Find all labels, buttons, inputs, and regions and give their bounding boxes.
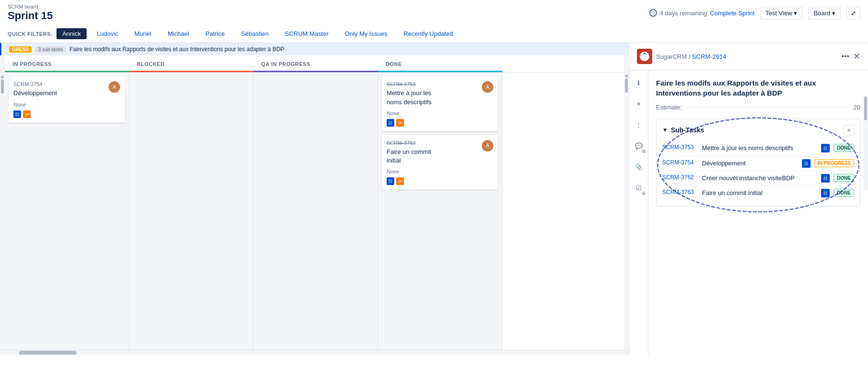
- subtask-row-3753[interactable]: SCRM-3753 Mettre à jour les noms descrip…: [662, 141, 854, 156]
- subtask-title-3763: Faire un commit initial: [702, 189, 817, 197]
- card-priority-3763: None: [387, 169, 493, 174]
- quick-filters-bar: QUICK FILTERS: Annick Ludovic Muriel Mic…: [8, 24, 860, 43]
- filter-sebastien[interactable]: Sébastien: [235, 28, 275, 40]
- filter-annick[interactable]: Annick: [56, 28, 87, 39]
- subtask-id-3753[interactable]: SCRM-3753: [662, 144, 698, 151]
- header: SCRM board Sprint 15 ⏱ 4 days remaining …: [0, 0, 868, 43]
- subtask-id-3762[interactable]: SCRM-3762: [662, 174, 698, 181]
- column-in-progress-body: SCRM-3754 Développement A None ⊡ ≫: [5, 73, 129, 350]
- horiz-scrollbar[interactable]: [0, 350, 629, 355]
- subtask-status-3763-2: DONE: [834, 189, 854, 197]
- card-priority-3753: None: [387, 110, 493, 116]
- filter-only-my-issues[interactable]: Only My Issues: [339, 28, 394, 40]
- avatar-3754: A: [109, 81, 120, 93]
- column-header-blocked: BLOCKED: [129, 55, 254, 72]
- filter-patrice[interactable]: Patrice: [199, 28, 231, 40]
- header-right: ⏱ 4 days remaining Complete Sprint Test …: [649, 7, 860, 20]
- detail-breadcrumb: SugarCRM / SCRM-2914: [656, 53, 837, 60]
- column-header-in-progress: IN PROGRESS: [5, 55, 129, 72]
- priority-icon: ≫: [396, 119, 404, 127]
- card-3763[interactable]: SCRM-3763 Faire un commitinitial A None …: [382, 135, 498, 190]
- detail-content: Faire les modifs aux Rapports de visites…: [648, 70, 868, 355]
- subtask-type-icon-3754: ⊡: [802, 159, 811, 168]
- card-icons-3763: ⊡ ≫: [387, 177, 493, 185]
- detail-actions: ••• ✕: [841, 51, 860, 62]
- card-title-3754: Développement: [13, 89, 57, 98]
- board-title-area: SCRM board Sprint 15: [8, 4, 53, 22]
- timer-icon: ⏱: [649, 9, 657, 17]
- checklist-count-badge: 4: [641, 191, 646, 195]
- board-container: GRESS 3 sub-tasks Faire les modifs aux R…: [0, 43, 868, 355]
- comment-icon[interactable]: 💬 0: [632, 139, 645, 152]
- comment-count-badge: 0: [641, 149, 646, 153]
- board-label: SCRM board: [8, 4, 53, 10]
- epic-subtasks-count: 3 sub-tasks: [35, 46, 66, 53]
- add-subtask-button[interactable]: +: [844, 125, 854, 135]
- filter-icon[interactable]: ≡: [632, 97, 645, 110]
- detail-scrollbar[interactable]: [863, 96, 868, 191]
- card-title-3753: Mettre à jour lesnoms descriptifs: [387, 89, 432, 106]
- subtask-row-3763[interactable]: SCRM-3763 Faire un commit initial ⊡ DONE: [662, 186, 854, 200]
- card-id-3763: SCRM-3763: [387, 140, 431, 146]
- subtask-icon: ⊡: [387, 119, 394, 127]
- close-panel-button[interactable]: ✕: [853, 51, 860, 62]
- timer-text: 4 days remaining: [660, 10, 707, 17]
- board-view-button[interactable]: Board ▾: [808, 7, 841, 20]
- breadcrumb-project: SugarCRM: [656, 53, 687, 60]
- priority-icon: ≫: [396, 177, 404, 185]
- expand-button[interactable]: ⤢: [846, 7, 860, 20]
- attachment-icon[interactable]: 📎: [632, 160, 645, 174]
- more-options-icon[interactable]: •••: [841, 52, 849, 61]
- column-header-done: DONE: [378, 55, 502, 72]
- card-id-3754: SCRM-3754: [13, 81, 57, 87]
- expand-icon: ⤢: [851, 10, 856, 17]
- column-done-body: SCRM-3753 Mettre à jour lesnoms descript…: [378, 73, 502, 350]
- timer-area: ⏱ 4 days remaining Complete Sprint: [649, 9, 755, 17]
- filter-scrum-master[interactable]: SCRUM Master: [279, 28, 335, 40]
- detail-issue-title: Faire les modifs aux Rapports de visites…: [656, 78, 860, 98]
- priority-icon: ≫: [23, 110, 31, 118]
- card-id-3753: SCRM-3753: [387, 81, 432, 87]
- info-icon[interactable]: ℹ: [632, 76, 645, 89]
- column-blocked: [129, 73, 254, 350]
- column-qa-body: [254, 73, 378, 350]
- epic-banner: GRESS 3 sub-tasks Faire les modifs aux R…: [0, 43, 629, 55]
- sugarcrm-logo: [637, 49, 652, 64]
- quick-filters-label: QUICK FILTERS:: [8, 31, 53, 37]
- detail-full: ℹ ≡ ⋮ 💬 0 📎 ☑ 4 Faire les modifs aux Rap…: [629, 70, 868, 355]
- more-icon[interactable]: ⋮: [632, 118, 645, 131]
- card-3754[interactable]: SCRM-3754 Développement A None ⊡ ≫: [9, 76, 125, 122]
- subtask-id-3754[interactable]: SCRM-3754: [662, 159, 698, 166]
- filter-muriel[interactable]: Muriel: [128, 28, 157, 40]
- subtask-row-3762[interactable]: SCRM-3762 Créer nouvel instanche visiteB…: [662, 171, 854, 186]
- subtask-row-3754[interactable]: SCRM-3754 Développement ⊡ IN PROGRESS: [662, 156, 854, 171]
- avatar-3763: A: [482, 140, 493, 152]
- detail-sidebar-icons: ℹ ≡ ⋮ 💬 0 📎 ☑ 4: [629, 70, 648, 355]
- column-blocked-body: [129, 73, 253, 350]
- column-done: SCRM-3753 Mettre à jour lesnoms descript…: [378, 73, 502, 350]
- subtask-title-3762: Créer nouvel instanche visiteBDP: [702, 174, 817, 183]
- filter-ludovic[interactable]: Ludovic: [90, 28, 124, 40]
- chevron-down-icon: ▾: [794, 10, 797, 17]
- subtasks-container: ▼ Sub-Tasks + SCRM-3753 Mettre à jour le…: [656, 119, 860, 206]
- subtasks-chevron[interactable]: ▼: [662, 127, 668, 133]
- subtask-type-icon-3763: ⊡: [821, 189, 830, 197]
- filter-michael[interactable]: Michael: [161, 28, 195, 40]
- card-3753[interactable]: SCRM-3753 Mettre à jour lesnoms descript…: [382, 76, 498, 131]
- column-in-progress: SCRM-3754 Développement A None ⊡ ≫: [5, 73, 129, 350]
- column-qa: [254, 73, 378, 350]
- detail-panel: SugarCRM / SCRM-2914 ••• ✕ ℹ ≡ ⋮ 💬 0 📎: [629, 43, 868, 355]
- subtasks-title: ▼ Sub-Tasks: [662, 126, 704, 134]
- epic-status-tag: GRESS: [9, 46, 32, 53]
- breadcrumb-issue-link[interactable]: SCRM-2914: [692, 53, 726, 60]
- card-icons-3754: ⊡ ≫: [13, 110, 120, 118]
- filter-recently-updated[interactable]: Recently Updated: [397, 28, 459, 40]
- subtask-status-3762: DONE: [834, 174, 854, 182]
- complete-sprint-link[interactable]: Complete Sprint: [710, 10, 755, 17]
- test-view-button[interactable]: Test View ▾: [760, 7, 802, 20]
- subtask-type-icon-3762: ⊡: [821, 174, 830, 183]
- subtask-type-icon-3753: ⊡: [821, 144, 830, 152]
- checklist-icon[interactable]: ☑ 4: [632, 181, 645, 195]
- estimate-label: Estimate:: [656, 104, 682, 111]
- subtask-id-3763[interactable]: SCRM-3763: [662, 189, 698, 195]
